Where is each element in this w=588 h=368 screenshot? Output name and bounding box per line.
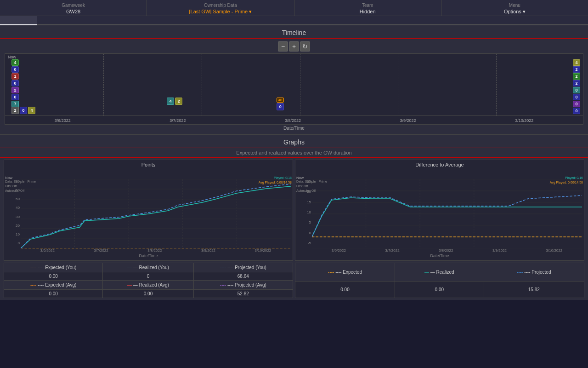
timeline-now-label: Now [8,55,16,59]
nav-team-label: Team [296,3,439,8]
right-projected-value: 15.82 [484,282,584,298]
nav-team-value: Hidden [360,9,376,14]
legend-values-row-1: 0.00 0 68.64 [4,272,293,281]
vline-2 [202,54,202,116]
legend-header-row-2: ---- ---- Expected (Avg) — — Realized (A… [4,281,293,290]
axis-date-4: 3/9/2022 [400,118,416,123]
expected-avg-header: ---- ---- Expected (Avg) [4,281,103,290]
zoom-in-button[interactable]: + [289,41,299,52]
dy-25: 25 [307,179,311,184]
graphs-subtitle: Expected and realized values over the GW… [0,148,588,158]
right-expected-header: ---- ---- Expected [295,263,395,282]
player-badge: 0 [573,108,580,114]
nav-gameweek-value: GW28 [66,9,80,14]
dx-5: 3/10/2022 [546,248,563,253]
player-group-mid: 40 0 [277,98,284,110]
player-badge: 0 [11,66,19,73]
dy-10: 10 [307,210,311,214]
refresh-button[interactable]: ↻ [300,41,310,52]
points-x-labels: 3/6/2022 3/7/2022 3/8/2022 3/9/2022 3/10… [21,248,291,253]
nav-menu[interactable]: Menu Options ▾ [441,0,588,16]
right-realized-icon: — [424,270,430,275]
right-realized-label: — Realized [430,270,454,275]
axis-date-3: 3/8/2022 [285,118,301,123]
projected-you-value: 68.64 [193,272,293,281]
projected-you-icon: ---- [220,265,227,270]
nav-gameweek-label: Gameweek [2,3,145,8]
y-50: 50 [16,197,20,201]
right-expected-label: ---- Expected [335,270,362,275]
player-badge: 7 [11,101,19,107]
projected-avg-label: ---- Projected (Avg) [227,282,266,288]
diff-graph-title: Difference to Average [295,160,584,169]
num-badge: 4 [167,98,174,105]
vline-3 [300,54,300,116]
dy-5: 5 [309,220,311,224]
y-20: 20 [16,224,20,228]
right-projected-label: ---- Projected [524,270,551,275]
timeline-chart: Now 4 0 1 0 2 0 7 0 2 0 4 4 2 [5,53,583,125]
px-3: 3/8/2022 [147,248,162,253]
axis-date-1: 3/6/2022 [55,118,71,123]
dx-2: 3/7/2022 [385,248,399,253]
player-badge: 4 [573,59,580,66]
px-4: 3/9/2022 [201,248,215,253]
y-60: 60 [16,188,20,192]
num-badge: 0 [277,103,284,110]
realized-you-icon: — [127,265,133,270]
dx-1: 3/6/2022 [332,248,346,253]
num-badge: 2 [11,107,19,114]
zoom-out-button[interactable]: − [278,41,288,52]
player-badge: 0 [573,101,580,107]
diff-x-title: Date/Time [430,253,449,258]
right-expected-icon: ---- [328,270,335,275]
player-group-left: 4 0 1 0 2 0 7 0 [11,59,19,114]
realized-you-label: — Realized (You) [133,265,169,270]
legend-table-right: ---- ---- Expected — — Realized ---- ---… [295,263,584,298]
player-badge: 2 [573,73,580,80]
player-badge: 2 [573,66,580,73]
nav-ownership[interactable]: Ownership Data [Last GW] Sample - Prime … [147,0,294,16]
right-realized-value: 0.00 [395,282,484,298]
player-badge: 0 [573,87,580,93]
right-projected-icon: ---- [517,270,524,275]
bottom-badges-left: 2 0 4 [11,107,35,114]
axis-date-5: 3/10/2022 [515,118,533,123]
expected-avg-icon: ---- [30,282,38,288]
y-10: 10 [16,232,20,236]
nav-menu-label: Menu [443,3,586,8]
nav-menu-value: Options ▾ [504,9,526,14]
vline-4 [398,54,398,116]
legend-table-area: ---- ---- Expected (You) — — Realized (Y… [0,263,588,300]
player-badge: 2 [11,87,19,93]
timeline-axis [5,115,583,116]
projected-you-label: ---- Projected (You) [227,265,266,270]
timeline-section: Timeline − + ↻ Now 4 0 1 0 2 0 7 0 2 0 4 [0,25,588,135]
right-projected-header: ---- ---- Projected [484,263,584,282]
right-expected-value: 0.00 [295,282,395,298]
vline-1 [103,54,104,116]
diff-graph-svg [312,179,582,248]
expected-you-value: 0.00 [4,272,103,281]
graphs-row: Points Now Data: Sample - Prime Hits: Of… [0,158,588,263]
legend-values-row-2: 0.00 0.00 52.82 [4,290,293,298]
player-badge: 4 [11,59,19,66]
nav-gameweek[interactable]: Gameweek GW28 [0,0,147,16]
diff-played-label: Played: 0/16 [565,176,583,179]
px-2: 3/7/2022 [94,248,108,253]
player-group-mid-left: 4 2 [167,98,182,105]
right-legend-values-row: 0.00 0.00 15.82 [295,282,584,298]
projected-avg-header: ---- ---- Projected (Avg) [193,281,293,290]
px-5: 3/10/2022 [255,248,271,253]
dy-15: 15 [307,200,311,204]
nav-ownership-label: Ownership Data [149,3,292,8]
y-30: 30 [16,215,20,219]
tab-active[interactable] [0,16,37,25]
nav-team: Team Hidden [294,0,441,16]
expected-you-label: ---- Expected (You) [38,265,76,270]
realized-you-value: 0 [103,272,193,281]
top-nav: Gameweek GW28 Ownership Data [Last GW] S… [0,0,588,16]
axis-date-2: 3/7/2022 [170,118,186,123]
player-badge: 2 [573,80,580,86]
dx-4: 3/9/2022 [492,248,507,253]
